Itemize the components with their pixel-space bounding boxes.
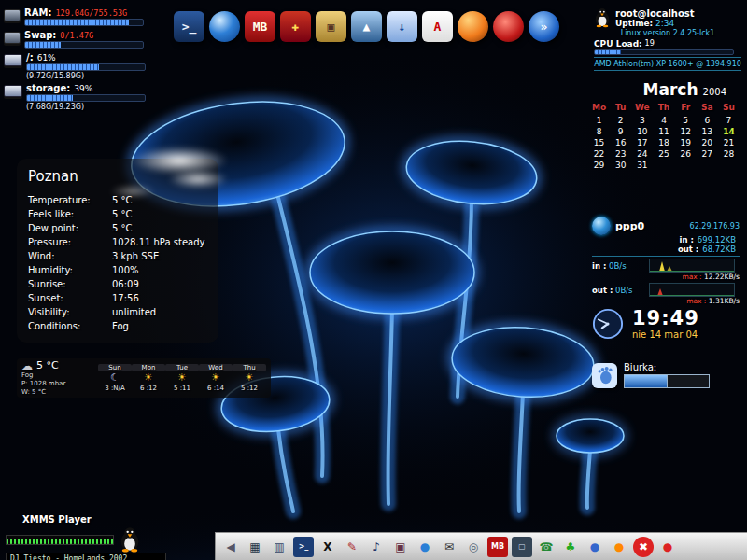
bluefish-icon[interactable]: » — [529, 11, 559, 42]
pager-desktop-2[interactable] — [667, 375, 709, 387]
forecast-day-temp: 5 :12 — [233, 385, 266, 392]
mb-red-icon[interactable]: MB — [487, 537, 508, 557]
weather-row: Sunrise: 06:09 — [28, 277, 207, 291]
cloud-icon: ☁ — [21, 360, 33, 371]
show-desktop-icon[interactable]: ▦ — [245, 537, 265, 557]
globe-icon[interactable]: ● — [415, 537, 435, 557]
forecast-day: Sun ☾ 3 :N/A — [98, 364, 132, 391]
mail-icon[interactable]: ✉ — [439, 537, 459, 557]
calendar-weekday: Mo — [588, 103, 610, 112]
divider — [594, 70, 741, 71]
calendar-weekday-row: MoTuWeThFrSaSu — [588, 103, 740, 112]
forecast-day-temp: 3 :N/A — [98, 385, 132, 392]
hide-panel-arrow-icon[interactable]: ◀ — [220, 537, 241, 557]
disk-icon — [4, 85, 22, 97]
ip-address: 62.29.176.93 — [690, 222, 740, 231]
forecast-day: Thu ☀ 5 :12 — [233, 364, 266, 391]
root-fs-label: /: — [26, 52, 34, 63]
calendar-day: 19 — [675, 138, 697, 147]
calendar-day: 24 — [631, 149, 653, 159]
ram-chip-icon — [4, 9, 21, 21]
weather-label: Humidity: — [28, 263, 112, 277]
weather-value: 5 °C — [112, 193, 133, 207]
weather-city: Poznan — [28, 168, 207, 185]
calendar-day: 7 — [718, 116, 740, 125]
weather-value: 3 kph SSE — [112, 249, 159, 263]
in-rate-value: 0B/s — [609, 261, 627, 271]
calendar-day: 5 — [675, 116, 697, 125]
red-tools-icon[interactable]: ✚ — [280, 11, 311, 42]
weather-condition-icon: ☀ — [165, 372, 199, 384]
root-fs-percent: 61% — [37, 53, 56, 63]
calendar-weekday: We — [631, 103, 653, 112]
blue-arrows-icon[interactable]: ↓ — [387, 11, 417, 42]
image-folder-icon[interactable]: ▣ — [316, 11, 346, 42]
calendar-day: 1 — [588, 116, 610, 125]
xmms-track-title[interactable]: DJ Tiesto - HomeLands 2002 — [6, 553, 166, 560]
photo-viewer-icon[interactable]: ▲ — [351, 11, 382, 42]
calendar-day: 27 — [697, 149, 718, 159]
weather-row: Dew point: 5 °C — [28, 221, 207, 235]
calendar-day: 31 — [631, 161, 653, 170]
calendar-day: 26 — [675, 149, 697, 159]
editor-pen-icon[interactable]: ✎ — [342, 537, 362, 557]
weather-condition-icon: ☀ — [233, 372, 266, 384]
calendar-weekday: Su — [718, 103, 740, 112]
root-fs-bar — [26, 63, 146, 71]
cd-icon[interactable]: ◎ — [463, 537, 484, 557]
weather-rows: Temperature: 5 °C Feels like: 5 °C Dew p… — [28, 193, 207, 333]
logout-icon[interactable]: ✖ — [633, 537, 654, 557]
user-host: root@localhost — [615, 8, 695, 19]
weather-row: Sunset: 17:56 — [28, 291, 207, 305]
monitor-icon[interactable]: ▢ — [512, 537, 532, 557]
weather-condition-icon: ☾ — [98, 372, 132, 384]
swap-value: 0/1.47G — [60, 31, 93, 40]
in-max-label: max : — [682, 273, 701, 281]
cpu-load-label: CPU Load: — [594, 39, 642, 49]
pager-desktop-1[interactable] — [625, 375, 667, 387]
out-max-value: 1.31KB/s — [709, 297, 740, 305]
system-info-widget: root@localhost Uptime: 2:34 Linux versio… — [594, 7, 741, 73]
weather-label: Conditions: — [28, 319, 112, 333]
red-orb-icon[interactable]: ● — [657, 537, 678, 557]
in-total-value: 699.12KB — [698, 235, 736, 245]
weather-row: Conditions: Fog — [28, 319, 207, 333]
red-lips-icon[interactable] — [493, 11, 524, 42]
spectrum-analyzer — [6, 535, 114, 545]
terminal-icon[interactable]: >_ — [293, 537, 314, 557]
system-monitor-widget: RAM: 129.04G/755.53G Swap: 0/1.47G /: — [4, 7, 149, 114]
xorg-icon[interactable]: X — [317, 537, 338, 557]
weather-label: Feels like: — [28, 207, 112, 221]
pager-grid-icon[interactable]: ▥ — [269, 537, 289, 557]
film-icon[interactable]: ▣ — [390, 537, 411, 557]
kernel-version: Linux version 2.4.25-lck1 — [594, 29, 741, 37]
aqua-orb-icon[interactable] — [209, 11, 240, 42]
xmms-player-window[interactable]: XMMS Player DJ Tiesto - HomeLands 2002 — [6, 514, 217, 560]
calendar-day: 25 — [653, 149, 674, 159]
weather-label: Visibility: — [28, 305, 112, 319]
forecast-day-name: Wed — [199, 364, 233, 371]
weather-value: 17:56 — [112, 291, 139, 305]
blue-orb-icon[interactable]: ● — [585, 537, 605, 557]
mb-red-icon[interactable]: MB — [245, 11, 275, 42]
clover-icon[interactable]: ♣ — [560, 537, 581, 557]
acrobat-icon[interactable]: A — [422, 11, 453, 42]
media-note-icon[interactable]: ♪ — [366, 537, 387, 557]
swap-monitor: Swap: 0/1.47G — [4, 30, 149, 49]
storage-detail: (7.68G/19.23G) — [26, 103, 149, 111]
weather-label: Pressure: — [28, 235, 112, 249]
terminal-icon[interactable]: >_ — [174, 11, 204, 42]
penguin-mascot-icon — [119, 526, 141, 553]
weather-label: Sunrise: — [28, 277, 112, 291]
forecast-strip: ☁ 5 °C Fog P: 1028 mbar W: 5 °C Sun ☾ 3 … — [17, 358, 271, 398]
phone-icon[interactable]: ☎ — [536, 537, 557, 557]
root-fs-monitor: /: 61% (9.72G/15.89G) — [4, 52, 149, 80]
calendar-day: 9 — [610, 127, 631, 136]
desktop-pager-widget: Biurka: — [592, 362, 740, 388]
orange-orb-icon[interactable]: ● — [609, 537, 629, 557]
weather-row: Pressure: 1028.11 hPa steady — [28, 235, 207, 249]
firefox-icon[interactable] — [458, 11, 488, 42]
forecast-day-name: Sun — [98, 364, 132, 371]
swap-chip-icon — [4, 32, 21, 44]
forecast-current: ☁ 5 °C Fog P: 1028 mbar W: 5 °C — [21, 359, 95, 396]
